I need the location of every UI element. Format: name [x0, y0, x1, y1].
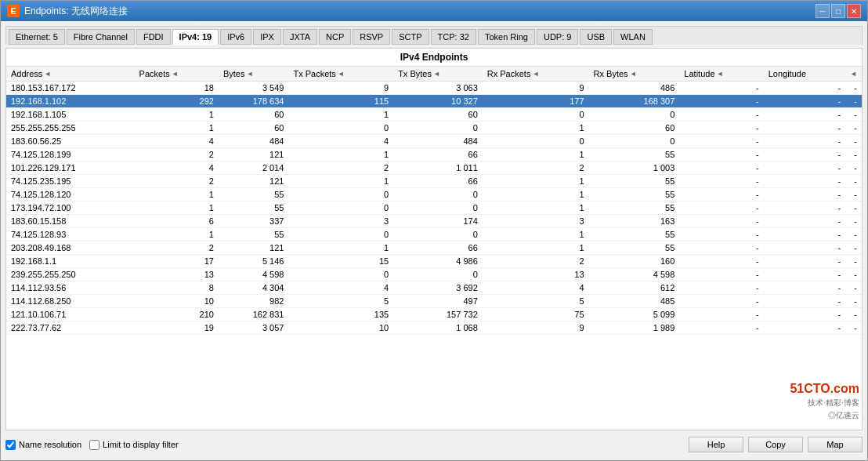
table-row[interactable]: 192.168.1.10516016000--- — [6, 108, 862, 122]
cell-4: 0 — [393, 122, 483, 135]
cell-3: 135 — [288, 308, 393, 321]
col-packets[interactable]: Packets◄ — [135, 67, 219, 82]
table-row[interactable]: 183.60.15.158633731743163--- — [6, 215, 862, 228]
table-row[interactable]: 192.168.1.1175 146154 9862160--- — [6, 255, 862, 268]
tab-fibre-channel[interactable]: Fibre Channel — [67, 29, 135, 45]
cell-7: - — [679, 215, 763, 228]
table-row[interactable]: 74.125.128.9315500155--- — [6, 228, 862, 241]
name-resolution-checkbox-label[interactable]: Name resolution — [5, 440, 81, 450]
cell-2: 55 — [219, 201, 289, 215]
cell-5: 75 — [483, 308, 589, 321]
table-row[interactable]: 183.60.56.254484448400--- — [6, 135, 862, 148]
col-rx-bytes[interactable]: Rx Bytes◄ — [589, 67, 680, 82]
cell-8: - — [764, 281, 845, 295]
cell-7: - — [679, 308, 763, 321]
cell-4: 0 — [393, 228, 483, 241]
cell-6: 612 — [589, 281, 680, 295]
copy-button[interactable]: Copy — [748, 437, 803, 452]
cell-6: 55 — [589, 148, 680, 162]
table-scroll[interactable]: Address◄ Packets◄ Bytes◄ Tx Packets◄ Tx … — [6, 67, 862, 430]
cell-2: 121 — [219, 148, 289, 162]
limit-filter-checkbox-label[interactable]: Limit to display filter — [89, 440, 179, 450]
map-button[interactable]: Map — [808, 437, 863, 452]
cell-0: 74.125.128.199 — [6, 148, 135, 162]
tab-ipv4--19[interactable]: IPv4: 19 — [172, 29, 219, 45]
cell-6: 0 — [589, 135, 680, 148]
tab-sctp[interactable]: SCTP — [392, 29, 429, 45]
table-row[interactable]: 180.153.167.172183 54993 0639486--- — [6, 82, 862, 95]
cell-8: - — [764, 201, 845, 215]
col-tx-packets[interactable]: Tx Packets◄ — [288, 67, 393, 82]
cell-5: 1 — [483, 228, 589, 241]
cell-0: 74.125.235.195 — [6, 175, 135, 188]
cell-8: - — [764, 255, 845, 268]
tab-token-ring[interactable]: Token Ring — [478, 29, 535, 45]
cell-4: 4 986 — [393, 255, 483, 268]
limit-filter-checkbox[interactable] — [89, 440, 99, 450]
tab-tcp--32[interactable]: TCP: 32 — [431, 29, 476, 45]
cell-9: - — [845, 148, 862, 162]
table-row[interactable]: 255.255.255.25516000160--- — [6, 122, 862, 135]
tab-jxta[interactable]: JXTA — [283, 29, 317, 45]
table-row[interactable]: 173.194.72.10015500155--- — [6, 201, 862, 215]
cell-2: 55 — [219, 228, 289, 241]
cell-1: 2 — [135, 148, 219, 162]
tab-ncp[interactable]: NCP — [319, 29, 351, 45]
col-bytes[interactable]: Bytes◄ — [219, 67, 289, 82]
table-row[interactable]: 239.255.255.250134 59800134 598--- — [6, 268, 862, 281]
cell-5: 1 — [483, 148, 589, 162]
cell-2: 60 — [219, 122, 289, 135]
cell-6: 60 — [589, 122, 680, 135]
cell-7: - — [679, 188, 763, 201]
table-row[interactable]: 74.125.128.1992121166155--- — [6, 148, 862, 162]
table-row[interactable]: 74.125.235.1952121166155--- — [6, 175, 862, 188]
table-row[interactable]: 74.125.128.12015500155--- — [6, 188, 862, 201]
col-rx-packets[interactable]: Rx Packets◄ — [483, 67, 589, 82]
bottom-bar: Name resolution Limit to display filter … — [5, 434, 863, 456]
table-row[interactable]: 192.168.1.102292178 63411510 327177168 3… — [6, 95, 862, 108]
cell-1: 1 — [135, 188, 219, 201]
cell-9: - — [845, 308, 862, 321]
table-row[interactable]: 222.73.77.62193 057101 06891 989--- — [6, 321, 862, 335]
tab-ipv6[interactable]: IPv6 — [220, 29, 251, 45]
tab-ethernet--5[interactable]: Ethernet: 5 — [9, 29, 65, 45]
name-resolution-checkbox[interactable] — [5, 440, 16, 450]
tab-udp--9[interactable]: UDP: 9 — [537, 29, 578, 45]
tab-rsvp[interactable]: RSVP — [353, 29, 390, 45]
col-longitude[interactable]: Longitude — [764, 67, 845, 82]
app-icon: E — [7, 5, 20, 17]
help-button[interactable]: Help — [689, 437, 743, 452]
cell-6: 55 — [589, 228, 680, 241]
cell-6: 0 — [589, 108, 680, 122]
cell-6: 5 099 — [589, 308, 680, 321]
cell-3: 2 — [288, 162, 393, 175]
maximize-button[interactable]: □ — [831, 4, 845, 18]
col-tx-bytes[interactable]: Tx Bytes◄ — [393, 67, 483, 82]
tab-ipx[interactable]: IPX — [253, 29, 281, 45]
cell-1: 19 — [135, 321, 219, 335]
cell-4: 0 — [393, 201, 483, 215]
tab-fddi[interactable]: FDDI — [136, 29, 171, 45]
cell-3: 3 — [288, 215, 393, 228]
cell-9: - — [845, 82, 862, 95]
cell-6: 1 003 — [589, 162, 680, 175]
table-row[interactable]: 121.10.106.71210162 831135157 732755 099… — [6, 308, 862, 321]
cell-5: 4 — [483, 281, 589, 295]
cell-1: 1 — [135, 201, 219, 215]
col-address[interactable]: Address◄ — [6, 67, 135, 82]
cell-7: - — [679, 268, 763, 281]
minimize-button[interactable]: ─ — [816, 4, 830, 18]
close-button[interactable]: ✕ — [847, 4, 861, 18]
tab-wlan[interactable]: WLAN — [613, 29, 653, 45]
cell-5: 2 — [483, 162, 589, 175]
table-row[interactable]: 114.112.68.2501098254975485--- — [6, 295, 862, 308]
table-row[interactable]: 101.226.129.17142 01421 01121 003--- — [6, 162, 862, 175]
cell-5: 9 — [483, 321, 589, 335]
col-latitude[interactable]: Latitude◄ — [679, 67, 763, 82]
cell-0: 114.112.93.56 — [6, 281, 135, 295]
table-row[interactable]: 203.208.49.1682121166155--- — [6, 241, 862, 255]
tab-usb[interactable]: USB — [580, 29, 612, 45]
cell-0: 239.255.255.250 — [6, 268, 135, 281]
table-row[interactable]: 114.112.93.5684 30443 6924612--- — [6, 281, 862, 295]
cell-8: - — [764, 215, 845, 228]
